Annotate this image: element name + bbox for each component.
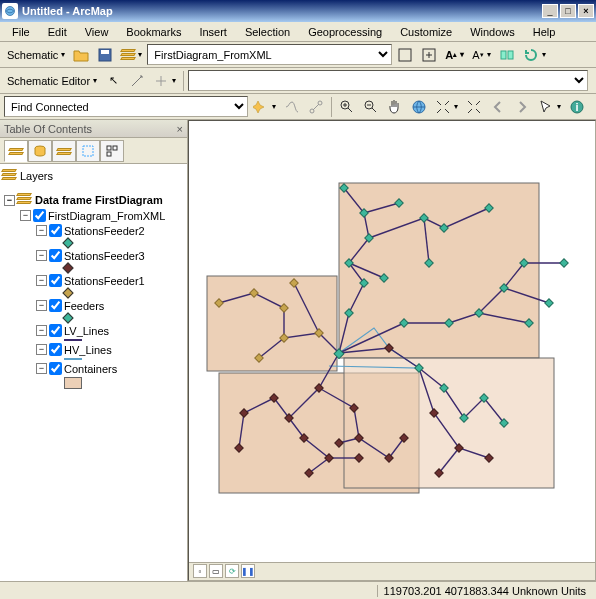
expander-icon[interactable]: − <box>36 275 47 286</box>
toc-close-icon[interactable]: × <box>177 123 183 135</box>
refresh-schematic-icon[interactable] <box>520 44 549 66</box>
text-size-decrease[interactable]: A▾ <box>469 44 493 66</box>
expander-icon[interactable]: − <box>36 363 47 374</box>
layer-label: StationsFeeder1 <box>64 275 145 287</box>
refresh-view-icon[interactable]: ⟳ <box>225 564 239 578</box>
menu-selection[interactable]: Selection <box>237 24 298 40</box>
edit-vertex-icon[interactable] <box>126 70 148 92</box>
full-extent-icon[interactable] <box>394 44 416 66</box>
fixed-zoom-out-icon[interactable] <box>463 96 485 118</box>
expander-icon[interactable]: − <box>36 325 47 336</box>
layer-checkbox[interactable] <box>49 224 62 237</box>
toc-title: Table Of Contents <box>4 123 92 135</box>
dataframe-item[interactable]: − Data frame FirstDiagram <box>2 192 185 208</box>
expander-icon[interactable]: − <box>36 225 47 236</box>
sublayer-item[interactable]: −Containers <box>2 361 185 376</box>
next-extent-icon[interactable] <box>511 96 533 118</box>
sublayer-item[interactable]: −HV_Lines <box>2 342 185 357</box>
layer-checkbox[interactable] <box>49 362 62 375</box>
toc-tab-drawing-order[interactable] <box>4 140 28 162</box>
sublayer-item[interactable]: −StationsFeeder2 <box>2 223 185 238</box>
operation-select[interactable]: Find Connected <box>4 96 248 117</box>
layer-checkbox[interactable] <box>49 343 62 356</box>
expander-icon[interactable]: − <box>36 300 47 311</box>
expander-icon[interactable]: − <box>36 250 47 261</box>
sublayer-item[interactable]: −LV_Lines <box>2 323 185 338</box>
pause-drawing-icon[interactable]: ❚❚ <box>241 564 255 578</box>
editor-toolbar: Schematic Editor ↖ <box>0 68 596 94</box>
menu-file[interactable]: File <box>4 24 38 40</box>
diagram-layer-item[interactable]: − FirstDiagram_FromXML <box>2 208 185 223</box>
menu-view[interactable]: View <box>77 24 117 40</box>
svg-text:i: i <box>575 101 578 113</box>
menu-help[interactable]: Help <box>525 24 564 40</box>
layer-label: LV_Lines <box>64 325 109 337</box>
schematic-editor-button[interactable]: Schematic Editor <box>4 70 100 92</box>
layer-checkbox[interactable] <box>49 274 62 287</box>
toc-tab-visibility[interactable] <box>52 140 76 162</box>
toc-tab-selection[interactable] <box>76 140 100 162</box>
diagram-select[interactable]: FirstDiagram_FromXML <box>147 44 392 65</box>
layer-checkbox[interactable] <box>33 209 46 222</box>
svg-rect-15 <box>83 146 93 156</box>
menu-edit[interactable]: Edit <box>40 24 75 40</box>
propagate-icon[interactable] <box>496 44 518 66</box>
zoom-out-icon[interactable] <box>360 96 382 118</box>
identify-icon[interactable]: i <box>566 96 588 118</box>
window-title: Untitled - ArcMap <box>22 5 540 17</box>
menu-bookmarks[interactable]: Bookmarks <box>118 24 189 40</box>
prev-extent-icon[interactable] <box>487 96 509 118</box>
schematic-menu-button[interactable]: Schematic <box>4 44 68 66</box>
trace-icon[interactable] <box>281 96 303 118</box>
layer-label: HV_Lines <box>64 344 112 356</box>
configure-icon[interactable] <box>250 96 279 118</box>
expander-icon[interactable]: − <box>36 344 47 355</box>
toc-tree: Layers − Data frame FirstDiagram − First… <box>0 164 187 581</box>
layer-label: StationsFeeder3 <box>64 250 145 262</box>
close-button[interactable]: × <box>578 4 594 18</box>
minimize-button[interactable]: _ <box>542 4 558 18</box>
svg-rect-2 <box>101 50 109 54</box>
svg-rect-16 <box>107 146 111 150</box>
move-element-icon[interactable] <box>150 70 179 92</box>
menu-customize[interactable]: Customize <box>392 24 460 40</box>
edit-pointer-icon[interactable]: ↖ <box>102 70 124 92</box>
trace-result-icon[interactable] <box>305 96 327 118</box>
globe-icon[interactable] <box>408 96 430 118</box>
maximize-button[interactable]: □ <box>560 4 576 18</box>
layer-checkbox[interactable] <box>49 299 62 312</box>
map-view[interactable]: ▫ ▭ ⟳ ❚❚ <box>188 120 596 581</box>
zoom-in-icon[interactable] <box>336 96 358 118</box>
toc-header: Table Of Contents × <box>0 120 187 138</box>
select-pointer-icon[interactable] <box>535 96 564 118</box>
editor-select[interactable] <box>188 70 588 91</box>
fixed-zoom-in-icon[interactable] <box>432 96 461 118</box>
layer-checkbox[interactable] <box>49 249 62 262</box>
svg-rect-6 <box>508 51 513 59</box>
layers-root[interactable]: Layers <box>2 168 185 184</box>
sublayer-item[interactable]: −StationsFeeder1 <box>2 273 185 288</box>
data-view-tab[interactable]: ▫ <box>193 564 207 578</box>
expander-icon[interactable]: − <box>20 210 31 221</box>
layers-dropdown-icon[interactable] <box>118 44 145 66</box>
menu-insert[interactable]: Insert <box>191 24 235 40</box>
menu-bar: File Edit View Bookmarks Insert Selectio… <box>0 22 596 42</box>
expander-icon[interactable]: − <box>4 195 15 206</box>
svg-rect-41 <box>560 259 568 267</box>
open-diagram-icon[interactable] <box>70 44 92 66</box>
layout-view-tab[interactable]: ▭ <box>209 564 223 578</box>
pan-icon[interactable] <box>384 96 406 118</box>
text-size-increase[interactable]: A▴ <box>442 44 467 66</box>
toc-tab-options[interactable] <box>100 140 124 162</box>
sublayer-item[interactable]: −Feeders <box>2 298 185 313</box>
layer-checkbox[interactable] <box>49 324 62 337</box>
sublayer-item[interactable]: −StationsFeeder3 <box>2 248 185 263</box>
fit-page-icon[interactable] <box>418 44 440 66</box>
schematic-toolbar: Schematic FirstDiagram_FromXML A▴ A▾ <box>0 42 596 68</box>
toc-tab-source[interactable] <box>28 140 52 162</box>
save-diagram-icon[interactable] <box>94 44 116 66</box>
operation-toolbar: Find Connected i <box>0 94 596 120</box>
svg-point-0 <box>6 7 15 16</box>
menu-windows[interactable]: Windows <box>462 24 523 40</box>
menu-geoprocessing[interactable]: Geoprocessing <box>300 24 390 40</box>
